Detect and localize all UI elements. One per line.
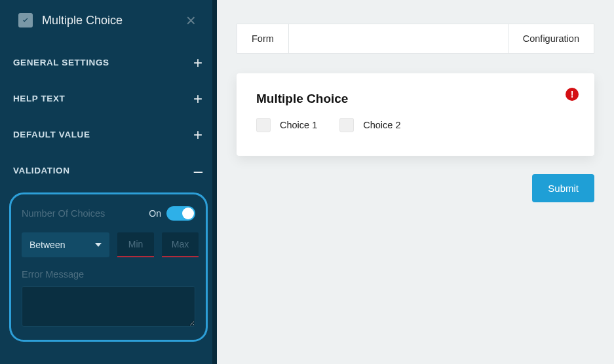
section-help-text[interactable]: HELP TEXT + <box>0 81 217 117</box>
plus-icon: + <box>193 131 202 139</box>
checkbox-icon[interactable] <box>256 118 271 132</box>
close-icon[interactable]: × <box>182 12 200 29</box>
sidebar-scroll-track[interactable] <box>212 0 217 364</box>
error-message-input[interactable] <box>22 286 195 327</box>
min-input[interactable] <box>117 232 154 257</box>
section-label: VALIDATION <box>13 166 70 175</box>
minus-icon: – <box>194 167 202 175</box>
choice-label: Choice 2 <box>363 120 400 130</box>
checkbox-icon <box>18 13 33 27</box>
sidebar: Multiple Choice × GENERAL SETTINGS + HEL… <box>0 0 217 364</box>
section-general-settings[interactable]: GENERAL SETTINGS + <box>0 45 217 81</box>
sidebar-header: Multiple Choice × <box>0 0 217 45</box>
section-validation[interactable]: VALIDATION – <box>0 153 217 189</box>
error-message-label: Error Message <box>22 269 195 280</box>
section-default-value[interactable]: DEFAULT VALUE + <box>0 117 217 153</box>
tab-bar: Form Configuration <box>237 24 594 54</box>
choice-option[interactable]: Choice 1 <box>256 118 317 132</box>
sidebar-title: Multiple Choice <box>42 14 173 27</box>
operator-select[interactable]: Between <box>22 232 109 257</box>
validation-panel: Number Of Choices On Between Error Messa… <box>9 192 208 342</box>
alert-icon: ! <box>566 88 579 101</box>
choice-option[interactable]: Choice 2 <box>339 118 400 132</box>
choice-label: Choice 1 <box>280 120 317 130</box>
num-choices-toggle[interactable] <box>166 206 195 221</box>
plus-icon: + <box>193 59 202 67</box>
plus-icon: + <box>193 95 202 103</box>
chevron-down-icon <box>95 243 102 247</box>
num-choices-toggle-group: On <box>149 206 195 221</box>
toggle-state-label: On <box>149 208 161 219</box>
tab-form[interactable]: Form <box>237 24 289 53</box>
field-title: Multiple Choice <box>256 92 575 106</box>
section-label: HELP TEXT <box>13 94 65 103</box>
form-field-card[interactable]: ! Multiple Choice Choice 1 Choice 2 <box>237 73 594 156</box>
submit-row: Submit <box>237 174 594 202</box>
operator-value: Between <box>29 240 65 250</box>
num-choices-label: Number Of Choices <box>22 208 105 219</box>
tab-configuration[interactable]: Configuration <box>508 24 594 53</box>
submit-button[interactable]: Submit <box>532 174 594 202</box>
main-canvas: Form Configuration ! Multiple Choice Cho… <box>217 0 614 364</box>
section-label: GENERAL SETTINGS <box>13 58 109 67</box>
max-input[interactable] <box>162 232 199 257</box>
tab-spacer <box>289 24 508 53</box>
checkbox-icon[interactable] <box>339 118 354 132</box>
choices-row: Choice 1 Choice 2 <box>256 118 575 132</box>
toggle-knob <box>182 208 194 219</box>
section-label: DEFAULT VALUE <box>13 130 90 139</box>
